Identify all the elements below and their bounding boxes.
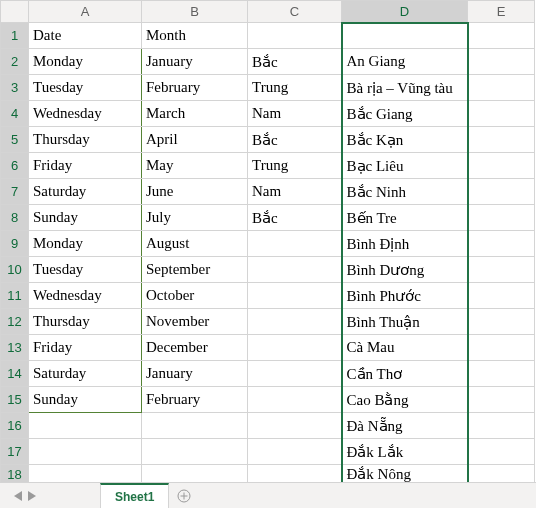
- cell-A6[interactable]: Friday: [29, 153, 142, 179]
- row-header-2[interactable]: 2: [1, 49, 29, 75]
- cell-A17[interactable]: [29, 439, 142, 465]
- cell-C13[interactable]: [248, 335, 342, 361]
- cell-C18[interactable]: [248, 465, 342, 484]
- cell-C8[interactable]: Bắc: [248, 205, 342, 231]
- new-sheet-button[interactable]: [169, 483, 199, 508]
- cell-B13[interactable]: December: [142, 335, 248, 361]
- cell-E15[interactable]: [468, 387, 535, 413]
- col-header-D[interactable]: D: [342, 1, 468, 23]
- col-header-B[interactable]: B: [142, 1, 248, 23]
- cell-E11[interactable]: [468, 283, 535, 309]
- cell-B1[interactable]: Month: [142, 23, 248, 49]
- cell-D5[interactable]: Bắc Kạn: [342, 127, 468, 153]
- row-header-7[interactable]: 7: [1, 179, 29, 205]
- cell-D18[interactable]: Đắk Nông: [342, 465, 468, 484]
- cell-C15[interactable]: [248, 387, 342, 413]
- row-header-11[interactable]: 11: [1, 283, 29, 309]
- cell-A4[interactable]: Wednesday: [29, 101, 142, 127]
- cell-A13[interactable]: Friday: [29, 335, 142, 361]
- cell-C5[interactable]: Bắc: [248, 127, 342, 153]
- row-header-1[interactable]: 1: [1, 23, 29, 49]
- cell-D10[interactable]: Bình Dương: [342, 257, 468, 283]
- row-header-10[interactable]: 10: [1, 257, 29, 283]
- cell-A9[interactable]: Monday: [29, 231, 142, 257]
- cell-D3[interactable]: Bà rịa – Vũng tàu: [342, 75, 468, 101]
- row-header-15[interactable]: 15: [1, 387, 29, 413]
- cell-B18[interactable]: [142, 465, 248, 484]
- cell-B2[interactable]: January: [142, 49, 248, 75]
- cell-E12[interactable]: [468, 309, 535, 335]
- cell-E5[interactable]: [468, 127, 535, 153]
- cell-A8[interactable]: Sunday: [29, 205, 142, 231]
- cell-C3[interactable]: Trung: [248, 75, 342, 101]
- cell-E3[interactable]: [468, 75, 535, 101]
- cell-E4[interactable]: [468, 101, 535, 127]
- cell-E1[interactable]: [468, 23, 535, 49]
- cell-A3[interactable]: Tuesday: [29, 75, 142, 101]
- cell-C14[interactable]: [248, 361, 342, 387]
- cell-B9[interactable]: August: [142, 231, 248, 257]
- cell-D1[interactable]: [342, 23, 468, 49]
- row-header-8[interactable]: 8: [1, 205, 29, 231]
- cell-D15[interactable]: Cao Bằng: [342, 387, 468, 413]
- cell-C1[interactable]: [248, 23, 342, 49]
- cell-A7[interactable]: Saturday: [29, 179, 142, 205]
- cell-D17[interactable]: Đắk Lắk: [342, 439, 468, 465]
- cell-E9[interactable]: [468, 231, 535, 257]
- cell-B12[interactable]: November: [142, 309, 248, 335]
- cell-C2[interactable]: Bắc: [248, 49, 342, 75]
- cell-B8[interactable]: July: [142, 205, 248, 231]
- cell-A5[interactable]: Thursday: [29, 127, 142, 153]
- row-header-12[interactable]: 12: [1, 309, 29, 335]
- row-header-4[interactable]: 4: [1, 101, 29, 127]
- cell-E6[interactable]: [468, 153, 535, 179]
- cell-C7[interactable]: Nam: [248, 179, 342, 205]
- col-header-A[interactable]: A: [29, 1, 142, 23]
- spreadsheet-grid[interactable]: A B C D E 1 Date Month 2 Monday January …: [0, 0, 535, 484]
- cell-C9[interactable]: [248, 231, 342, 257]
- cell-E10[interactable]: [468, 257, 535, 283]
- cell-B7[interactable]: June: [142, 179, 248, 205]
- row-header-6[interactable]: 6: [1, 153, 29, 179]
- cell-C10[interactable]: [248, 257, 342, 283]
- cell-C16[interactable]: [248, 413, 342, 439]
- cell-A14[interactable]: Saturday: [29, 361, 142, 387]
- cell-D7[interactable]: Bắc Ninh: [342, 179, 468, 205]
- cell-C17[interactable]: [248, 439, 342, 465]
- cell-C12[interactable]: [248, 309, 342, 335]
- cell-E13[interactable]: [468, 335, 535, 361]
- cell-E7[interactable]: [468, 179, 535, 205]
- cell-B10[interactable]: September: [142, 257, 248, 283]
- cell-B6[interactable]: May: [142, 153, 248, 179]
- cell-E17[interactable]: [468, 439, 535, 465]
- row-header-3[interactable]: 3: [1, 75, 29, 101]
- cell-D14[interactable]: Cần Thơ: [342, 361, 468, 387]
- cell-B15[interactable]: February: [142, 387, 248, 413]
- cell-E8[interactable]: [468, 205, 535, 231]
- row-header-5[interactable]: 5: [1, 127, 29, 153]
- cell-D2[interactable]: An Giang: [342, 49, 468, 75]
- cell-D12[interactable]: Bình Thuận: [342, 309, 468, 335]
- cell-A16[interactable]: [29, 413, 142, 439]
- cell-A11[interactable]: Wednesday: [29, 283, 142, 309]
- cell-D8[interactable]: Bến Tre: [342, 205, 468, 231]
- row-header-16[interactable]: 16: [1, 413, 29, 439]
- cell-B11[interactable]: October: [142, 283, 248, 309]
- cell-B14[interactable]: January: [142, 361, 248, 387]
- row-header-17[interactable]: 17: [1, 439, 29, 465]
- col-header-C[interactable]: C: [248, 1, 342, 23]
- cell-A10[interactable]: Tuesday: [29, 257, 142, 283]
- col-header-E[interactable]: E: [468, 1, 535, 23]
- row-header-14[interactable]: 14: [1, 361, 29, 387]
- cell-B5[interactable]: April: [142, 127, 248, 153]
- row-header-9[interactable]: 9: [1, 231, 29, 257]
- row-header-18[interactable]: 18: [1, 465, 29, 484]
- cell-E18[interactable]: [468, 465, 535, 484]
- cell-A18[interactable]: [29, 465, 142, 484]
- cell-D9[interactable]: Bình Định: [342, 231, 468, 257]
- cell-E14[interactable]: [468, 361, 535, 387]
- cell-A12[interactable]: Thursday: [29, 309, 142, 335]
- cell-C11[interactable]: [248, 283, 342, 309]
- cell-D11[interactable]: Bình Phước: [342, 283, 468, 309]
- cell-A15[interactable]: Sunday: [29, 387, 142, 413]
